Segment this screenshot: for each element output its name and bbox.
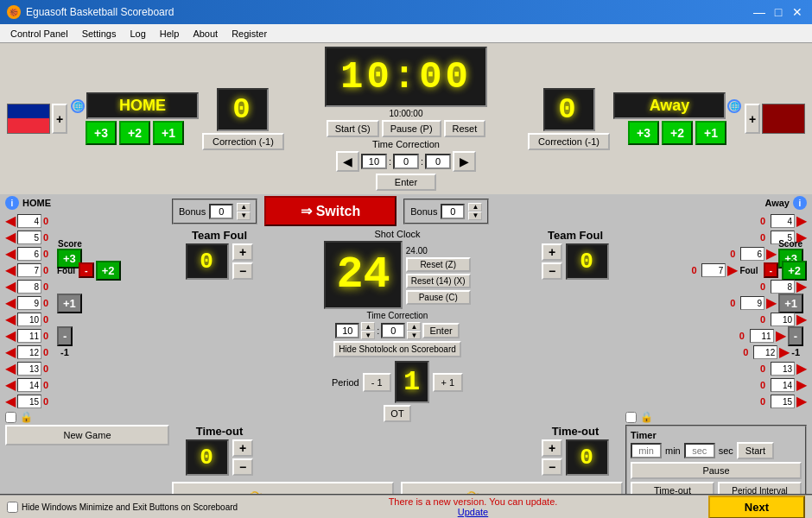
away-player-arrow-8[interactable]: ▶ (796, 280, 807, 294)
home-plus3-btn[interactable]: +3 (86, 121, 117, 145)
home-plus2-btn[interactable]: +2 (119, 121, 150, 145)
away-player-input-13[interactable] (771, 362, 795, 376)
shot-clock-pause[interactable]: Pause (C) (406, 290, 471, 305)
timer-sec-input[interactable] (684, 443, 715, 458)
player-arrow-7[interactable]: ◀ (5, 263, 16, 277)
away-player-arrow-15[interactable]: ▶ (796, 395, 807, 408)
home-checkbox[interactable] (5, 412, 16, 423)
home-foul-btn[interactable]: - (79, 262, 94, 278)
timer-min-input[interactable] (631, 443, 662, 458)
home-score-minus1[interactable]: +1 (57, 294, 82, 313)
away-checkbox[interactable] (625, 412, 637, 423)
timer-timeout-btn[interactable]: Time-out (631, 482, 714, 494)
clock-reset-btn[interactable]: Reset (444, 120, 486, 137)
away-player-arrow-9[interactable]: ▶ (766, 296, 777, 310)
player-input-4[interactable] (17, 214, 41, 228)
shot-clock-reset14[interactable]: Reset (14) (X) (406, 274, 471, 288)
away-timeout-plus[interactable]: + (542, 439, 562, 457)
player-arrow-13[interactable]: ◀ (5, 362, 16, 376)
shot-corr-sec-up[interactable]: ▲ (407, 322, 421, 331)
menu-help[interactable]: Help (153, 27, 187, 41)
player-arrow-9[interactable]: ◀ (5, 296, 16, 310)
away-player-input-12[interactable] (753, 345, 777, 359)
player-arrow-11[interactable]: ◀ (5, 329, 16, 343)
shot-corr-enter[interactable]: Enter (422, 323, 459, 338)
away-foul-btn[interactable]: - (764, 262, 779, 278)
player-arrow-12[interactable]: ◀ (5, 345, 16, 359)
shot-corr-min-dn[interactable]: ▼ (361, 331, 375, 339)
shot-corr-min[interactable] (335, 323, 359, 338)
ot-btn[interactable]: OT (384, 405, 410, 422)
home-timeout-plus[interactable]: + (232, 439, 253, 457)
away-player-input-6[interactable] (740, 247, 764, 261)
shot-corr-sec-dn[interactable]: ▼ (407, 331, 421, 339)
player-arrow-8[interactable]: ◀ (5, 280, 16, 294)
home-flag-plus[interactable]: + (52, 104, 67, 134)
time-corr-min[interactable] (361, 154, 387, 169)
home-bonus-up[interactable]: ▲ (237, 203, 251, 212)
player-arrow-4[interactable]: ◀ (5, 214, 16, 228)
home-bonus-down[interactable]: ▼ (237, 212, 251, 220)
maximize-button[interactable]: □ (771, 4, 786, 20)
home-timeout-minus[interactable]: − (232, 458, 253, 476)
minimize-button[interactable]: — (752, 4, 767, 20)
away-player-arrow-10[interactable]: ▶ (796, 313, 807, 326)
away-plus3-btn[interactable]: +3 (628, 121, 659, 145)
away-player-arrow-12[interactable]: ▶ (779, 345, 790, 359)
home-foul-plus[interactable]: + (232, 243, 253, 261)
away-foul-minus[interactable]: − (542, 262, 562, 280)
player-arrow-15[interactable]: ◀ (5, 395, 16, 408)
player-input-6[interactable] (17, 247, 41, 261)
away-player-input-11[interactable] (750, 329, 774, 343)
player-input-10[interactable] (17, 313, 41, 326)
next-btn[interactable]: Next (708, 496, 805, 519)
substitution-horn-btn[interactable]: 📯 Substitution Horn (401, 482, 623, 494)
player-input-5[interactable] (17, 231, 41, 244)
away-player-arrow-4[interactable]: ▶ (796, 214, 807, 228)
menu-register[interactable]: Register (225, 27, 274, 41)
away-player-arrow-6[interactable]: ▶ (766, 247, 777, 261)
away-player-arrow-7[interactable]: ▶ (727, 263, 738, 277)
menu-log[interactable]: Log (123, 27, 152, 41)
away-player-arrow-13[interactable]: ▶ (796, 362, 807, 376)
time-corr-ms[interactable] (425, 154, 451, 169)
away-player-input-7[interactable] (701, 263, 726, 277)
switch-btn[interactable]: ⇒ Switch (264, 196, 396, 226)
away-flag-plus[interactable]: + (745, 104, 760, 134)
away-player-input-14[interactable] (771, 378, 795, 392)
home-foul-minus[interactable]: − (232, 262, 253, 280)
time-corr-right[interactable]: ▶ (453, 151, 476, 172)
player-arrow-6[interactable]: ◀ (5, 247, 16, 261)
menu-about[interactable]: About (186, 27, 225, 41)
away-bonus-down[interactable]: ▼ (468, 212, 482, 220)
away-player-input-4[interactable] (771, 214, 795, 228)
player-arrow-14[interactable]: ◀ (5, 378, 16, 392)
player-input-15[interactable] (17, 395, 41, 408)
player-input-7[interactable] (17, 263, 41, 277)
player-input-13[interactable] (17, 362, 41, 376)
period-minus-btn[interactable]: - 1 (363, 373, 391, 392)
time-corr-left[interactable]: ◀ (336, 151, 359, 172)
home-score-gray[interactable]: - (57, 326, 73, 346)
update-link[interactable]: Update (458, 507, 488, 517)
timer-pause-btn[interactable]: Pause (631, 462, 802, 479)
timer-start-btn[interactable]: Start (737, 442, 774, 459)
player-arrow-5[interactable]: ◀ (5, 231, 16, 244)
hide-shotclock-btn[interactable]: Hide Shotolock on Scoreboard (333, 341, 461, 357)
shot-clock-reset-z[interactable]: Reset (Z) (406, 257, 471, 272)
home-plus1-btn[interactable]: +1 (153, 121, 184, 145)
player-arrow-10[interactable]: ◀ (5, 313, 16, 326)
away-bonus-input[interactable] (441, 204, 465, 219)
away-player-arrow-14[interactable]: ▶ (796, 378, 807, 392)
away-score-plus2[interactable]: +2 (782, 261, 807, 281)
player-input-9[interactable] (17, 296, 41, 310)
away-player-input-9[interactable] (740, 296, 764, 310)
hide-buttons-checkbox[interactable] (7, 502, 18, 513)
period-plus-btn[interactable]: + 1 (433, 373, 464, 392)
shot-corr-min-up[interactable]: ▲ (361, 322, 375, 331)
player-input-14[interactable] (17, 378, 41, 392)
clock-pause-btn[interactable]: Pause (P) (382, 120, 441, 137)
away-bonus-up[interactable]: ▲ (468, 203, 482, 212)
close-button[interactable]: ✕ (790, 4, 805, 20)
away-timeout-minus[interactable]: − (542, 458, 562, 476)
